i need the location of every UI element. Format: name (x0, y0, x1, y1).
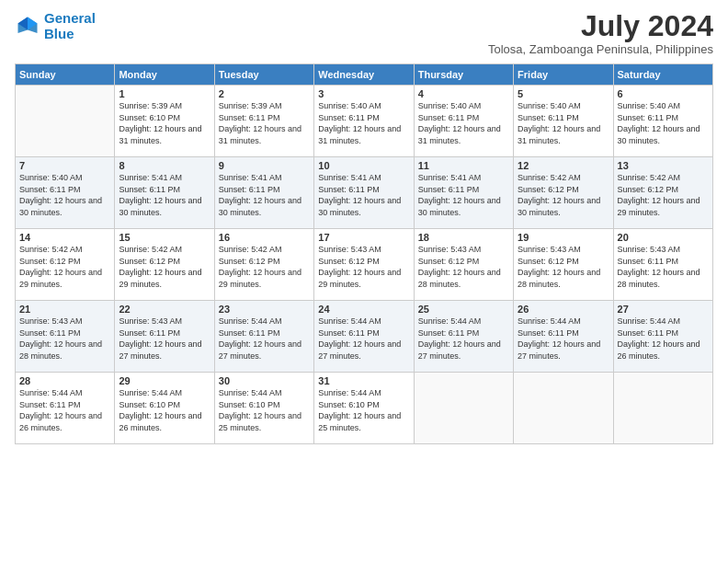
calendar-cell: 25Sunrise: 5:44 AMSunset: 6:11 PMDayligh… (414, 301, 513, 373)
calendar-cell: 19Sunrise: 5:43 AMSunset: 6:12 PMDayligh… (514, 229, 613, 301)
col-sunday: Sunday (16, 64, 115, 86)
day-info: Sunrise: 5:44 AMSunset: 6:11 PMDaylight:… (518, 316, 609, 362)
calendar-cell: 16Sunrise: 5:42 AMSunset: 6:12 PMDayligh… (214, 229, 313, 301)
day-info: Sunrise: 5:44 AMSunset: 6:10 PMDaylight:… (219, 387, 310, 433)
calendar-cell: 1Sunrise: 5:39 AMSunset: 6:10 PMDaylight… (115, 86, 214, 157)
col-tuesday: Tuesday (214, 64, 313, 86)
day-number: 11 (418, 160, 509, 171)
calendar-cell: 30Sunrise: 5:44 AMSunset: 6:10 PMDayligh… (214, 373, 313, 444)
calendar-cell: 23Sunrise: 5:44 AMSunset: 6:11 PMDayligh… (214, 301, 313, 373)
day-info: Sunrise: 5:43 AMSunset: 6:12 PMDaylight:… (418, 244, 509, 290)
calendar-cell: 8Sunrise: 5:41 AMSunset: 6:11 PMDaylight… (115, 157, 214, 229)
calendar-cell: 31Sunrise: 5:44 AMSunset: 6:10 PMDayligh… (314, 373, 414, 444)
title-block: July 2024 Tolosa, Zamboanga Peninsula, P… (488, 11, 713, 56)
day-info: Sunrise: 5:40 AMSunset: 6:11 PMDaylight:… (618, 100, 709, 146)
calendar-cell: 20Sunrise: 5:43 AMSunset: 6:11 PMDayligh… (613, 229, 712, 301)
day-number: 15 (119, 232, 210, 243)
calendar-cell (16, 86, 115, 157)
day-info: Sunrise: 5:44 AMSunset: 6:10 PMDaylight:… (318, 387, 409, 433)
day-info: Sunrise: 5:44 AMSunset: 6:11 PMDaylight:… (618, 316, 709, 362)
header: General Blue July 2024 Tolosa, Zamboanga… (15, 11, 713, 56)
day-info: Sunrise: 5:40 AMSunset: 6:11 PMDaylight:… (518, 100, 609, 146)
calendar-cell: 13Sunrise: 5:42 AMSunset: 6:12 PMDayligh… (613, 157, 712, 229)
week-row-4: 21Sunrise: 5:43 AMSunset: 6:11 PMDayligh… (16, 301, 713, 373)
day-number: 27 (618, 304, 709, 315)
calendar-cell: 14Sunrise: 5:42 AMSunset: 6:12 PMDayligh… (16, 229, 115, 301)
day-number: 12 (518, 160, 609, 171)
calendar-cell: 5Sunrise: 5:40 AMSunset: 6:11 PMDaylight… (514, 86, 613, 157)
calendar-cell: 21Sunrise: 5:43 AMSunset: 6:11 PMDayligh… (16, 301, 115, 373)
calendar-cell: 26Sunrise: 5:44 AMSunset: 6:11 PMDayligh… (514, 301, 613, 373)
calendar-cell: 27Sunrise: 5:44 AMSunset: 6:11 PMDayligh… (613, 301, 712, 373)
day-info: Sunrise: 5:43 AMSunset: 6:11 PMDaylight:… (19, 316, 110, 362)
logo-line1: General (44, 10, 96, 26)
day-number: 24 (318, 304, 409, 315)
day-number: 13 (618, 160, 709, 171)
location-title: Tolosa, Zamboanga Peninsula, Philippines (488, 42, 713, 56)
day-number: 26 (518, 304, 609, 315)
day-number: 23 (219, 304, 310, 315)
day-number: 9 (219, 160, 310, 171)
day-number: 31 (318, 375, 409, 386)
calendar-cell: 12Sunrise: 5:42 AMSunset: 6:12 PMDayligh… (514, 157, 613, 229)
day-number: 5 (518, 88, 609, 99)
calendar-cell: 28Sunrise: 5:44 AMSunset: 6:11 PMDayligh… (16, 373, 115, 444)
logo-line2: Blue (44, 26, 74, 41)
day-info: Sunrise: 5:44 AMSunset: 6:11 PMDaylight:… (219, 316, 310, 362)
day-number: 1 (119, 88, 210, 99)
calendar-cell: 17Sunrise: 5:43 AMSunset: 6:12 PMDayligh… (314, 229, 414, 301)
week-row-3: 14Sunrise: 5:42 AMSunset: 6:12 PMDayligh… (16, 229, 713, 301)
day-number: 29 (119, 375, 210, 386)
page: General Blue July 2024 Tolosa, Zamboanga… (0, 0, 728, 563)
day-info: Sunrise: 5:43 AMSunset: 6:11 PMDaylight:… (119, 316, 210, 362)
day-info: Sunrise: 5:41 AMSunset: 6:11 PMDaylight:… (219, 172, 310, 218)
calendar-cell: 22Sunrise: 5:43 AMSunset: 6:11 PMDayligh… (115, 301, 214, 373)
day-number: 22 (119, 304, 210, 315)
day-number: 21 (19, 304, 110, 315)
day-number: 10 (318, 160, 409, 171)
day-number: 4 (418, 88, 509, 99)
calendar-table: Sunday Monday Tuesday Wednesday Thursday… (15, 63, 713, 444)
day-number: 19 (518, 232, 609, 243)
day-info: Sunrise: 5:44 AMSunset: 6:10 PMDaylight:… (119, 387, 210, 433)
logo: General Blue (15, 11, 96, 41)
day-info: Sunrise: 5:42 AMSunset: 6:12 PMDaylight:… (219, 244, 310, 290)
day-info: Sunrise: 5:44 AMSunset: 6:11 PMDaylight:… (318, 316, 409, 362)
day-number: 2 (219, 88, 310, 99)
day-info: Sunrise: 5:43 AMSunset: 6:12 PMDaylight:… (518, 244, 609, 290)
col-saturday: Saturday (613, 64, 712, 86)
calendar-cell: 2Sunrise: 5:39 AMSunset: 6:11 PMDaylight… (214, 86, 313, 157)
day-info: Sunrise: 5:40 AMSunset: 6:11 PMDaylight:… (318, 100, 409, 146)
calendar-cell (613, 373, 712, 444)
week-row-2: 7Sunrise: 5:40 AMSunset: 6:11 PMDaylight… (16, 157, 713, 229)
day-info: Sunrise: 5:42 AMSunset: 6:12 PMDaylight:… (618, 172, 709, 218)
day-number: 28 (19, 375, 110, 386)
day-number: 17 (318, 232, 409, 243)
day-info: Sunrise: 5:42 AMSunset: 6:12 PMDaylight:… (119, 244, 210, 290)
calendar-cell (514, 373, 613, 444)
col-friday: Friday (514, 64, 613, 86)
col-thursday: Thursday (414, 64, 513, 86)
calendar-cell: 3Sunrise: 5:40 AMSunset: 6:11 PMDaylight… (314, 86, 414, 157)
day-info: Sunrise: 5:44 AMSunset: 6:11 PMDaylight:… (19, 387, 110, 433)
day-info: Sunrise: 5:39 AMSunset: 6:11 PMDaylight:… (219, 100, 310, 146)
day-info: Sunrise: 5:43 AMSunset: 6:12 PMDaylight:… (318, 244, 409, 290)
day-number: 8 (119, 160, 210, 171)
logo-icon (15, 14, 40, 40)
calendar-cell: 10Sunrise: 5:41 AMSunset: 6:11 PMDayligh… (314, 157, 414, 229)
col-wednesday: Wednesday (314, 64, 414, 86)
day-number: 6 (618, 88, 709, 99)
logo-text: General Blue (44, 11, 96, 41)
week-row-1: 1Sunrise: 5:39 AMSunset: 6:10 PMDaylight… (16, 86, 713, 157)
day-info: Sunrise: 5:41 AMSunset: 6:11 PMDaylight:… (318, 172, 409, 218)
calendar-cell (414, 373, 513, 444)
day-number: 30 (219, 375, 310, 386)
month-title: July 2024 (488, 11, 713, 40)
day-info: Sunrise: 5:44 AMSunset: 6:11 PMDaylight:… (418, 316, 509, 362)
day-number: 14 (19, 232, 110, 243)
col-monday: Monday (115, 64, 214, 86)
calendar-cell: 24Sunrise: 5:44 AMSunset: 6:11 PMDayligh… (314, 301, 414, 373)
day-number: 25 (418, 304, 509, 315)
day-info: Sunrise: 5:42 AMSunset: 6:12 PMDaylight:… (518, 172, 609, 218)
day-info: Sunrise: 5:39 AMSunset: 6:10 PMDaylight:… (119, 100, 210, 146)
